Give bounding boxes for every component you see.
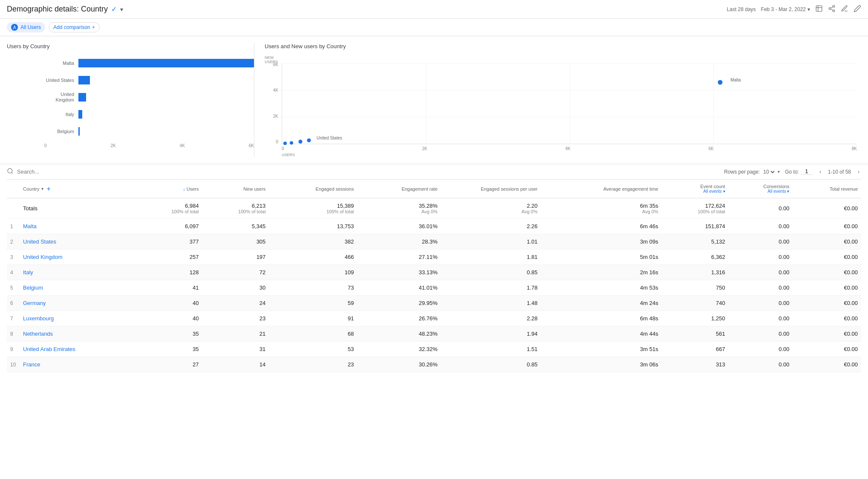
row-engagement-rate: 30.26% <box>357 357 441 372</box>
row-users: 128 <box>136 265 202 280</box>
row-revenue: €0.00 <box>793 296 861 311</box>
country-filter-icon[interactable]: ▾ <box>41 186 43 191</box>
goto-label: Go to: <box>785 169 799 175</box>
pencil-icon[interactable] <box>854 5 861 14</box>
row-engaged-per-user: 1.81 <box>441 250 541 265</box>
row-country[interactable]: France <box>20 357 136 372</box>
row-engaged-sessions: 68 <box>269 326 357 342</box>
row-country[interactable]: Netherlands <box>20 326 136 342</box>
col-engaged-sessions-header: Engaged sessions <box>269 180 357 198</box>
bar-fill-uk <box>78 93 86 102</box>
row-conversions: 0.00 <box>729 296 793 311</box>
next-page-button[interactable]: › <box>856 168 861 176</box>
totals-conversions: 0.00 <box>729 198 793 219</box>
row-country[interactable]: Luxembourg <box>20 311 136 326</box>
check-icon: ✓ <box>111 5 117 13</box>
row-avg-time: 3m 51s <box>541 342 661 357</box>
row-conversions: 0.00 <box>729 326 793 342</box>
row-engaged-per-user: 2.26 <box>441 219 541 234</box>
rows-dropdown-icon: ▾ <box>778 169 780 174</box>
row-avg-time: 2m 16s <box>541 265 661 280</box>
search-icon <box>7 168 14 176</box>
event-count-filter[interactable]: All events ▾ <box>665 189 725 194</box>
bar-label-us: United States <box>41 78 74 83</box>
date-range-chevron-icon: ▾ <box>807 6 810 12</box>
row-country[interactable]: United States <box>20 234 136 250</box>
all-users-label: All Users <box>20 24 41 30</box>
bar-chart-title: Users by Country <box>7 43 254 49</box>
row-engagement-rate: 36.01% <box>357 219 441 234</box>
svg-line-7 <box>831 6 833 8</box>
row-country[interactable]: Malta <box>20 219 136 234</box>
add-comparison-button[interactable]: Add comparison + <box>49 22 100 32</box>
row-num: 8 <box>7 326 20 342</box>
row-engaged-sessions: 13,753 <box>269 219 357 234</box>
search-input[interactable] <box>17 168 102 175</box>
col-conversions-header: Conversions All events ▾ <box>729 180 793 198</box>
row-avg-time: 3m 06s <box>541 357 661 372</box>
bar-row-us: United States <box>41 73 254 87</box>
svg-point-5 <box>833 10 835 12</box>
row-engaged-per-user: 1.78 <box>441 280 541 296</box>
y-2k: 2K <box>273 114 278 119</box>
row-country[interactable]: Italy <box>20 265 136 280</box>
dropdown-chevron-icon[interactable]: ▾ <box>120 6 123 13</box>
rows-per-page-select[interactable]: 102550 <box>761 168 776 175</box>
totals-row: Totals 6,984 100% of total 6,213 100% of… <box>7 198 861 219</box>
row-engaged-sessions: 59 <box>269 296 357 311</box>
y-0: 0 <box>276 139 278 144</box>
bar-chart-inner: Malta United States UnitedKingdom Italy <box>7 55 254 140</box>
row-num: 3 <box>7 250 20 265</box>
table-row: 8 Netherlands 35 21 68 48.23% 1.94 4m 44… <box>7 326 861 342</box>
x-8k: 8K <box>852 146 857 151</box>
row-event-count: 6,362 <box>662 250 729 265</box>
prev-page-button[interactable]: ‹ <box>818 168 823 176</box>
row-conversions: 0.00 <box>729 250 793 265</box>
row-revenue: €0.00 <box>793 265 861 280</box>
row-revenue: €0.00 <box>793 280 861 296</box>
share-icon[interactable] <box>828 5 836 14</box>
search-right: Rows per page: 102550 ▾ Go to: ‹ 1-10 of… <box>724 168 861 176</box>
x-2k: 2K <box>422 146 427 151</box>
row-engaged-per-user: 0.85 <box>441 357 541 372</box>
row-country[interactable]: United Arab Emirates <box>20 342 136 357</box>
bar-axis: 0 2K 4K 6K <box>44 143 254 148</box>
dot-us <box>307 138 311 142</box>
row-event-count: 1,316 <box>662 265 729 280</box>
row-users: 257 <box>136 250 202 265</box>
header-left: Demographic details: Country ✓ ▾ <box>7 5 123 14</box>
add-column-button[interactable]: + <box>47 185 51 193</box>
edit-report-icon[interactable] <box>815 5 823 14</box>
totals-label: Totals <box>20 198 136 219</box>
row-revenue: €0.00 <box>793 311 861 326</box>
row-conversions: 0.00 <box>729 265 793 280</box>
dot-malta <box>718 80 722 84</box>
table-row: 9 United Arab Emirates 35 31 53 32.32% 1… <box>7 342 861 357</box>
dot-italy <box>290 141 293 145</box>
customize-icon[interactable] <box>841 5 848 14</box>
row-new-users: 30 <box>202 280 269 296</box>
conversions-filter[interactable]: All events ▾ <box>732 189 790 194</box>
row-country[interactable]: Belgium <box>20 280 136 296</box>
row-avg-time: 5m 01s <box>541 250 661 265</box>
row-country[interactable]: Germany <box>20 296 136 311</box>
dot-uk <box>299 139 303 143</box>
row-engagement-rate: 29.95% <box>357 296 441 311</box>
goto-input[interactable] <box>801 168 813 175</box>
all-users-chip[interactable]: A All Users <box>7 22 45 32</box>
bar-fill-belgium <box>78 127 80 136</box>
y-axis: 6K 4K 2K 0 <box>265 62 278 144</box>
date-range-value: Feb 3 - Mar 2, 2022 <box>761 6 806 12</box>
row-event-count: 750 <box>662 280 729 296</box>
date-range[interactable]: Feb 3 - Mar 2, 2022 ▾ <box>761 6 810 12</box>
row-conversions: 0.00 <box>729 234 793 250</box>
user-icon: A <box>11 24 18 31</box>
bar-chart: Malta United States UnitedKingdom Italy <box>7 55 254 153</box>
bar-chart-container: Users by Country Malta United States Uni… <box>7 43 254 157</box>
row-country[interactable]: United Kingdom <box>20 250 136 265</box>
col-users-header[interactable]: ↓ Users <box>136 180 202 198</box>
x-axis-title: USERS <box>282 153 295 157</box>
bar-row-malta: Malta <box>41 56 254 70</box>
row-engaged-per-user: 1.01 <box>441 234 541 250</box>
row-engaged-per-user: 1.94 <box>441 326 541 342</box>
